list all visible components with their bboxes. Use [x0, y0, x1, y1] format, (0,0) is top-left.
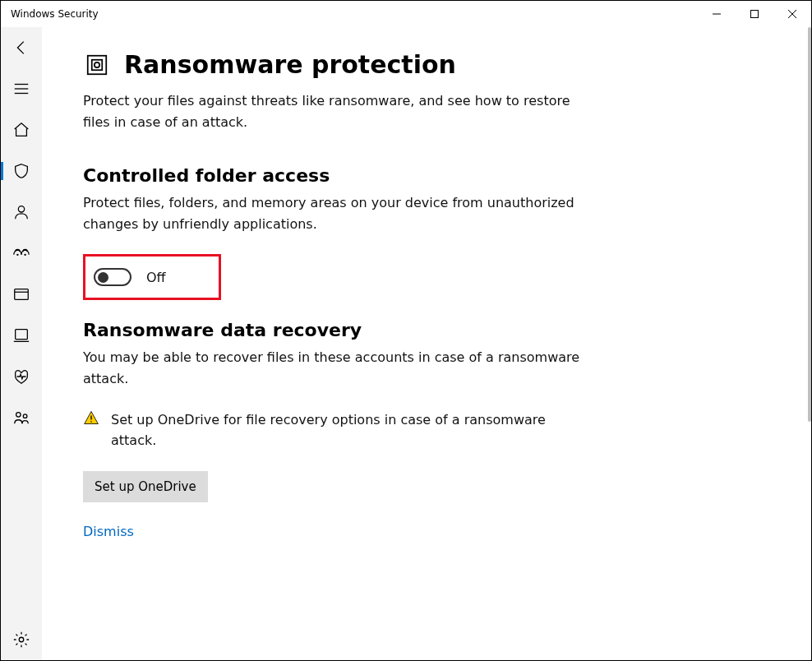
- svg-point-8: [16, 254, 18, 256]
- recovery-heading: Ransomware data recovery: [83, 320, 778, 340]
- svg-rect-12: [16, 330, 28, 340]
- setup-onedrive-button[interactable]: Set up OneDrive: [83, 471, 208, 502]
- svg-rect-10: [15, 289, 29, 300]
- nav-device-performance[interactable]: [1, 356, 42, 397]
- menu-button[interactable]: [1, 68, 42, 109]
- svg-point-7: [18, 206, 24, 212]
- scrollbar-thumb[interactable]: [808, 27, 811, 422]
- svg-point-9: [24, 254, 25, 256]
- svg-point-15: [23, 414, 27, 418]
- toggle-knob: [98, 272, 108, 283]
- nav-app-browser[interactable]: [1, 274, 42, 315]
- close-button[interactable]: [773, 1, 811, 27]
- titlebar: Windows Security: [1, 1, 811, 27]
- page-title: Ransomware protection: [124, 50, 456, 79]
- window-controls: [698, 1, 811, 27]
- svg-rect-1: [751, 11, 759, 18]
- page-header: Ransomware protection: [83, 50, 778, 79]
- minimize-button[interactable]: [698, 1, 736, 27]
- nav-rail: [1, 27, 42, 660]
- page-subtitle: Protect your files against threats like …: [83, 90, 593, 132]
- nav-device-security[interactable]: [1, 315, 42, 356]
- nav-virus-protection[interactable]: [1, 150, 42, 192]
- svg-point-19: [95, 62, 99, 67]
- svg-point-16: [19, 637, 24, 642]
- svg-rect-17: [88, 55, 107, 74]
- main-content: Ransomware protection Protect your files…: [42, 27, 811, 660]
- cfa-heading: Controlled folder access: [83, 165, 778, 186]
- dismiss-link[interactable]: Dismiss: [83, 524, 134, 539]
- onedrive-alert-text: Set up OneDrive for file recovery option…: [111, 409, 593, 451]
- warning-icon: [83, 409, 99, 451]
- nav-settings[interactable]: [1, 619, 42, 660]
- ransomware-icon: [83, 51, 111, 79]
- window-body: Ransomware protection Protect your files…: [1, 27, 811, 660]
- svg-point-21: [90, 421, 92, 423]
- svg-point-14: [16, 413, 21, 418]
- nav-home[interactable]: [1, 109, 42, 150]
- nav-account-protection[interactable]: [1, 192, 42, 233]
- svg-rect-18: [92, 59, 103, 70]
- scrollbar[interactable]: [806, 27, 811, 660]
- cfa-toggle-label: Off: [146, 270, 166, 285]
- maximize-button[interactable]: [736, 1, 773, 27]
- app-window: Windows Security: [0, 0, 812, 661]
- cfa-toggle[interactable]: [94, 268, 131, 286]
- nav-family-options[interactable]: [1, 397, 42, 438]
- back-button[interactable]: [1, 27, 42, 68]
- onedrive-alert: Set up OneDrive for file recovery option…: [83, 409, 593, 451]
- recovery-description: You may be able to recover files in thes…: [83, 347, 593, 389]
- nav-firewall-network[interactable]: [1, 233, 42, 274]
- window-title: Windows Security: [11, 8, 99, 20]
- cfa-toggle-row: Off: [83, 254, 221, 300]
- cfa-description: Protect files, folders, and memory areas…: [83, 192, 593, 234]
